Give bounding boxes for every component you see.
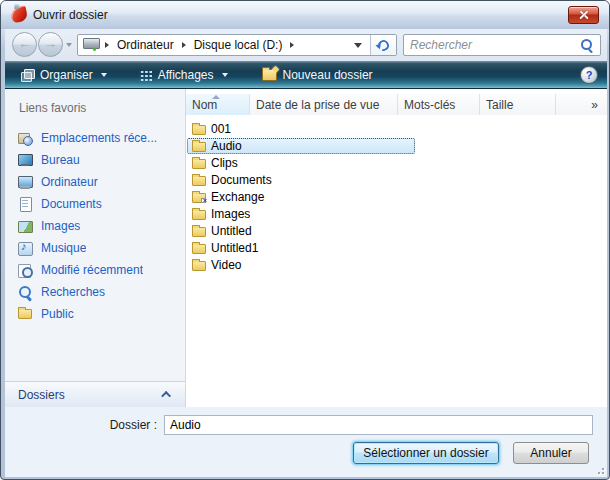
folder-icon [192,176,206,186]
favorites-sidebar: Liens favoris Emplacements réce... Burea… [5,89,186,407]
column-header-more[interactable]: » [556,94,607,115]
sidebar-item-desktop[interactable]: Bureau [5,149,185,171]
folder-icon [192,210,206,220]
views-label: Affichages [158,68,214,82]
file-list: Nom Date de la prise de vue Mots-clés Ta… [186,89,607,407]
file-row-001[interactable]: 001 [186,120,607,137]
folder-icon [192,159,206,169]
breadcrumb-item-disque-local[interactable]: Disque local (D:) [192,36,285,54]
resize-grip[interactable] [594,464,604,474]
file-row-audio[interactable]: Audio [186,137,607,154]
exchange-folder-icon [192,193,206,203]
select-folder-button[interactable]: Sélectionner un dossier [353,442,499,464]
views-grid-icon [139,69,152,81]
folders-expander[interactable]: Dossiers [5,381,185,407]
sidebar-item-computer[interactable]: Ordinateur [5,171,185,193]
documents-icon [17,196,33,212]
file-row-documents[interactable]: Documents [186,171,607,188]
file-row-video[interactable]: Video [186,256,607,273]
folder-name-input[interactable] [164,415,593,435]
refresh-button[interactable] [370,35,396,55]
music-icon [17,240,33,256]
column-headers: Nom Date de la prise de vue Mots-clés Ta… [186,94,607,115]
column-header-taille[interactable]: Taille [480,94,556,115]
history-dropdown-icon[interactable] [66,43,72,47]
images-icon [17,218,33,234]
computer-icon [17,174,33,190]
recently-modified-icon [17,262,33,278]
folder-icon [192,142,206,152]
new-folder-icon [262,69,277,81]
search-input[interactable] [404,36,580,54]
navigation-bar: ← → Ordinateur Disque local (D:) [5,29,607,61]
folder-icon [192,227,206,237]
file-row-images[interactable]: Images [186,205,607,222]
breadcrumb-arrow-icon[interactable] [182,42,186,48]
forward-button[interactable]: → [38,32,63,57]
drive-icon [83,37,99,53]
folder-name-label: Dossier : [5,418,157,432]
sidebar-item-music[interactable]: Musique [5,237,185,259]
content-area: Liens favoris Emplacements réce... Burea… [5,89,607,407]
file-row-untitled[interactable]: Untitled [186,222,607,239]
help-button[interactable]: ? [580,66,598,84]
sidebar-item-public[interactable]: Public [5,303,185,325]
folder-icon [192,261,206,271]
chevron-up-icon [161,391,171,401]
desktop-icon [17,152,33,168]
public-folder-icon [17,306,33,322]
chevron-down-icon [101,73,107,77]
sidebar-item-images[interactable]: Images [5,215,185,237]
new-folder-label: Nouveau dossier [283,68,373,82]
breadcrumb-item-ordinateur[interactable]: Ordinateur [115,36,176,54]
command-toolbar: Organiser Affichages Nouveau dossier ? [5,61,607,89]
address-bar: Ordinateur Disque local (D:) [77,34,397,56]
dialog-footer: Dossier : Sélectionner un dossier Annule… [5,407,607,477]
open-folder-dialog: Ouvrir dossier ← → Ordinateur Disque loc… [0,0,610,480]
window-title: Ouvrir dossier [33,8,108,22]
chevron-down-icon [222,73,228,77]
search-box [403,34,601,56]
app-icon [10,6,29,24]
breadcrumb-arrow-icon[interactable] [105,42,109,48]
sidebar-item-documents[interactable]: Documents [5,193,185,215]
cancel-button[interactable]: Annuler [513,442,589,464]
organize-label: Organiser [40,68,93,82]
file-row-exchange[interactable]: Exchange [186,188,607,205]
sidebar-item-recent-places[interactable]: Emplacements réce... [5,127,185,149]
titlebar[interactable]: Ouvrir dossier [1,1,609,29]
sidebar-item-recently-modified[interactable]: Modifié récemment [5,259,185,281]
sidebar-item-searches[interactable]: Recherches [5,281,185,303]
column-header-mots-cles[interactable]: Mots-clés [398,94,480,115]
organize-button[interactable]: Organiser [11,64,116,86]
sort-ascending-icon [212,95,220,99]
file-rows: 001 Audio Clips Documents Exchange [186,115,607,273]
exchange-overlay-icon [201,198,206,203]
organize-icon [20,68,34,82]
views-button[interactable]: Affichages [130,64,237,86]
recent-places-icon [17,130,33,146]
address-dropdown-icon[interactable] [354,43,362,48]
folders-label: Dossiers [18,388,65,402]
breadcrumb: Ordinateur Disque local (D:) [78,35,370,55]
close-button[interactable] [568,6,599,24]
column-header-date[interactable]: Date de la prise de vue [250,94,398,115]
file-row-untitled1[interactable]: Untitled1 [186,239,607,256]
new-folder-button[interactable]: Nouveau dossier [253,64,382,86]
back-button[interactable]: ← [12,32,37,57]
folder-icon [192,125,206,135]
favorites-header: Liens favoris [19,101,185,115]
search-icon[interactable] [580,38,594,52]
searches-icon [17,284,33,300]
folder-icon [192,244,206,254]
breadcrumb-arrow-icon[interactable] [290,42,294,48]
refresh-icon [376,37,391,52]
column-header-nom[interactable]: Nom [186,94,250,115]
file-row-clips[interactable]: Clips [186,154,607,171]
